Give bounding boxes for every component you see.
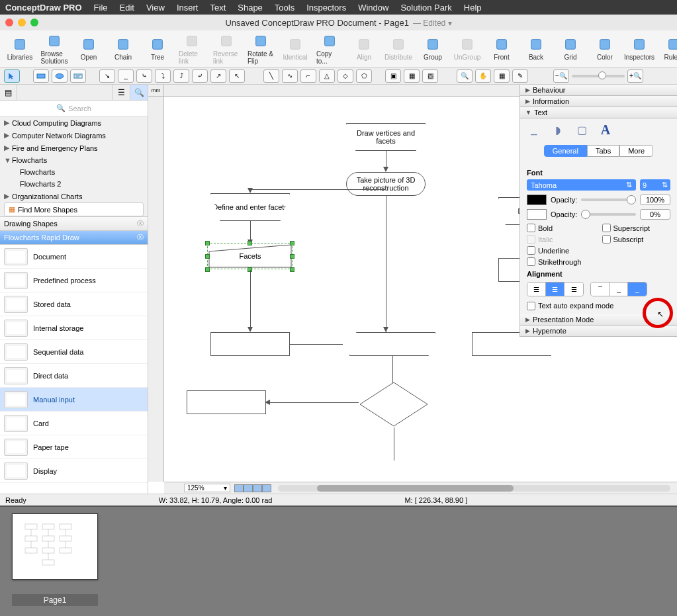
shape-item-sequential-data[interactable]: Sequential data <box>0 340 148 364</box>
menu-help[interactable]: Help <box>464 3 482 13</box>
line-tool-2[interactable]: ∿ <box>282 69 298 83</box>
lib-node-cloud-computing-diagrams[interactable]: ▶Cloud Computing Diagrams <box>0 116 148 129</box>
window-close-button[interactable] <box>5 19 13 26</box>
library-search-toggle[interactable]: 🔍 <box>130 85 148 100</box>
find-more-shapes[interactable]: ▦ Find More Shapes <box>4 202 144 216</box>
ellipse-tool[interactable] <box>52 69 68 83</box>
menu-insert[interactable]: Insert <box>177 3 199 13</box>
toolbar-front[interactable]: Front <box>486 35 518 62</box>
toolbar-tree[interactable]: Tree <box>142 35 173 62</box>
shape-rect-1[interactable] <box>210 332 290 356</box>
menu-inspectors[interactable]: Inspectors <box>306 3 346 13</box>
conn-tool-2[interactable]: ⎯ <box>118 69 134 83</box>
bg-color-swatch[interactable] <box>527 209 547 220</box>
group-tool-2[interactable]: ▦ <box>404 69 420 83</box>
lib-node-flowcharts[interactable]: ▼Flowcharts <box>0 154 148 166</box>
section-information[interactable]: ▶Information <box>520 96 677 107</box>
app-name[interactable]: ConceptDraw PRO <box>5 3 82 13</box>
eyedrop-tool[interactable]: ✎ <box>512 69 528 83</box>
conn-tool-4[interactable]: ⤵ <box>155 69 171 83</box>
toolbar-rulers[interactable]: Rulers <box>658 35 677 62</box>
text-color-swatch[interactable] <box>527 195 547 205</box>
check-strikethrough[interactable]: Strikethrough <box>527 257 596 266</box>
zoom-in-button[interactable]: +🔍 <box>627 69 643 83</box>
lib-section-flowcharts-rapid-draw[interactable]: Flowcharts Rapid Drawⓧ <box>0 231 148 245</box>
bg-opacity-slider[interactable] <box>581 213 636 216</box>
conn-tool-5[interactable]: ⤴ <box>173 69 189 83</box>
close-icon[interactable]: ⓧ <box>137 219 144 228</box>
toolbar-color[interactable]: Color <box>589 35 621 62</box>
text-box-icon[interactable]: ▢ <box>573 122 590 137</box>
group-tool-3[interactable]: ▨ <box>422 69 438 83</box>
line-tool-5[interactable]: ◇ <box>338 69 353 83</box>
check-underline[interactable]: Underline <box>527 246 596 255</box>
lib-node-fire-and-emergency-plans[interactable]: ▶Fire and Emergency Plans <box>0 142 148 154</box>
library-list-view[interactable]: ☰ <box>113 85 130 100</box>
shape-manual-input-selected[interactable]: Facets <box>208 243 293 269</box>
bg-opacity-value[interactable]: 0% <box>640 209 670 220</box>
align-top[interactable]: ⎺ <box>591 283 609 296</box>
menu-window[interactable]: Window <box>358 3 388 13</box>
section-presentation[interactable]: ▶Presentation Mode <box>520 314 677 326</box>
check-bold[interactable]: Bold <box>527 224 596 232</box>
page-navigator[interactable] <box>234 484 271 492</box>
rect-tool[interactable] <box>33 69 49 83</box>
text-tool[interactable] <box>70 69 86 83</box>
tab-more[interactable]: More <box>619 145 653 157</box>
conn-tool-8[interactable]: ↖ <box>229 69 245 83</box>
align-right[interactable]: ☰ <box>564 283 583 296</box>
shape-rect-2[interactable] <box>187 390 266 414</box>
shape-item-stored-data[interactable]: Stored data <box>0 292 148 316</box>
lib-node-computer-network-diagrams[interactable]: ▶Computer Network Diagrams <box>0 129 148 142</box>
tab-tabs[interactable]: Tabs <box>587 145 619 157</box>
align-center[interactable]: ☰ <box>546 283 564 296</box>
shape-item-document[interactable]: Document <box>0 245 148 269</box>
lib-subnode-flowcharts[interactable]: Flowcharts <box>0 166 148 178</box>
font-size-select[interactable]: 9⇅ <box>640 179 670 191</box>
conn-tool-3[interactable]: ⤷ <box>136 69 152 83</box>
section-hypernote[interactable]: ▶Hypernote <box>520 326 677 337</box>
shape-item-card[interactable]: Card <box>0 412 148 435</box>
page-thumb-1[interactable]: Page1 <box>12 513 98 606</box>
menu-solution-park[interactable]: Solution Park <box>400 3 451 13</box>
lib-node-organizational-charts[interactable]: ▶Organizational Charts <box>0 190 148 202</box>
text-underline-icon[interactable]: ⎯ <box>525 122 543 137</box>
section-behaviour[interactable]: ▶Behaviour <box>520 85 677 96</box>
line-tool-4[interactable]: △ <box>319 69 335 83</box>
check-auto-expand[interactable]: Text auto expand mode <box>527 302 670 310</box>
line-tool-1[interactable]: ╲ <box>263 69 279 83</box>
ruler-unit[interactable]: mm <box>148 85 164 97</box>
pointer-tool[interactable] <box>4 69 20 83</box>
toolbar-open[interactable]: Open <box>73 35 105 62</box>
window-zoom-button[interactable] <box>30 19 38 26</box>
toolbar-libraries[interactable]: Libraries <box>4 35 36 62</box>
h-scrollbar[interactable] <box>278 485 670 492</box>
menu-view[interactable]: View <box>146 3 165 13</box>
shape-item-direct-data[interactable]: Direct data <box>0 364 148 388</box>
library-search-input[interactable]: 🔍 Search <box>0 101 148 116</box>
shape-item-internal-storage[interactable]: Internal storage <box>0 316 148 340</box>
toolbar-grid[interactable]: Grid <box>555 35 586 62</box>
shape-item-predefined-process[interactable]: Predefined process <box>0 269 148 292</box>
library-view-toggle[interactable]: ▤ <box>0 85 17 100</box>
align-left[interactable]: ☰ <box>527 283 546 296</box>
toolbar-group[interactable]: Group <box>417 35 449 62</box>
text-opacity-slider[interactable] <box>581 198 636 201</box>
ruler-vertical[interactable] <box>148 97 164 482</box>
lib-section-drawing-shapes[interactable]: Drawing Shapesⓧ <box>0 217 148 231</box>
toolbar-chain[interactable]: Chain <box>107 35 139 62</box>
align-middle[interactable]: ⎯ <box>609 283 628 296</box>
menu-edit[interactable]: Edit <box>120 3 134 13</box>
shape-trapezoid-1[interactable]: Draw vertices and facets <box>346 123 426 151</box>
conn-tool-7[interactable]: ↗ <box>210 69 226 83</box>
check-superscript[interactable]: Superscript <box>602 224 671 232</box>
tab-general[interactable]: General <box>544 145 587 157</box>
shape-para-1[interactable] <box>349 332 435 356</box>
zoom-level[interactable]: 125%▾ <box>184 484 230 492</box>
check-subscript[interactable]: Subscript <box>602 235 671 243</box>
lib-subnode-flowcharts-[interactable]: Flowcharts 2 <box>0 178 148 190</box>
zoom-out-button[interactable]: −🔍 <box>553 69 569 83</box>
group-tool-1[interactable]: ▣ <box>385 69 401 83</box>
conn-tool-1[interactable]: ↘ <box>99 69 115 83</box>
text-font-icon[interactable]: A <box>597 122 614 137</box>
